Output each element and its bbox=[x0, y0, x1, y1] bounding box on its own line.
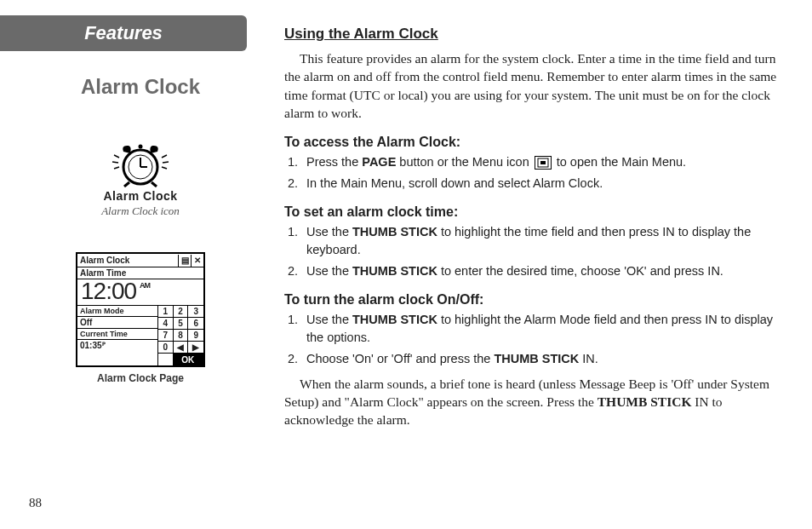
mini-ok: OK bbox=[174, 354, 203, 365]
left-column: Features Alarm Clock Alarm Clock Alarm C… bbox=[0, 0, 281, 529]
access-steps: Press the PAGE button or the Menu icon t… bbox=[284, 153, 785, 193]
intro-paragraph: This feature provides an alarm for the s… bbox=[284, 49, 785, 123]
right-column: Using the Alarm Clock This feature provi… bbox=[281, 0, 812, 529]
icon-label: Alarm Clock bbox=[103, 189, 177, 203]
mini-title: Alarm Clock bbox=[77, 256, 178, 265]
onoff-steps: Use the THUMB STICK to highlight the Ala… bbox=[284, 311, 785, 368]
alarm-clock-icon bbox=[109, 138, 172, 187]
svg-line-9 bbox=[114, 167, 119, 169]
mini-caption: Alarm Clock Page bbox=[97, 372, 184, 384]
svg-line-8 bbox=[112, 162, 118, 163]
list-item: Choose 'On' or 'Off' and press the THUMB… bbox=[301, 350, 785, 368]
alarm-clock-page-preview: Alarm Clock ▤ ✕ Alarm Time 12:00 AM Alar… bbox=[76, 252, 205, 384]
svg-line-10 bbox=[162, 155, 167, 158]
main-heading: Using the Alarm Clock bbox=[284, 26, 785, 43]
svg-line-7 bbox=[114, 155, 119, 158]
alarm-clock-icon-block: Alarm Clock Alarm Clock icon bbox=[101, 138, 180, 218]
section-title: Alarm Clock bbox=[81, 75, 200, 99]
list-item: Press the PAGE button or the Menu icon t… bbox=[301, 153, 785, 171]
icon-caption: Alarm Clock icon bbox=[101, 204, 180, 218]
mini-current-time: 01:35ᴾ bbox=[77, 340, 157, 351]
svg-line-11 bbox=[163, 162, 169, 163]
list-item: Use the THUMB STICK to highlight the Ala… bbox=[301, 311, 785, 347]
menu-icon bbox=[535, 156, 552, 170]
svg-line-5 bbox=[152, 182, 157, 187]
onoff-subhead: To turn the alarm clock On/Off: bbox=[284, 292, 785, 308]
svg-line-4 bbox=[124, 182, 129, 187]
list-item: Use the THUMB STICK to highlight the tim… bbox=[301, 223, 785, 259]
mini-keypad: 123 456 789 0◀▶ OK bbox=[157, 306, 203, 365]
svg-rect-15 bbox=[540, 161, 546, 164]
outro-paragraph: When the alarm sounds, a brief tone is h… bbox=[284, 375, 785, 429]
mini-alarm-mode: Off bbox=[77, 317, 157, 329]
set-steps: Use the THUMB STICK to highlight the tim… bbox=[284, 223, 785, 280]
section-tab: Features bbox=[0, 15, 247, 51]
mini-current-time-label: Current Time bbox=[77, 329, 157, 340]
mini-alarm-time: 12:00 AM bbox=[77, 279, 203, 306]
list-item: Use the THUMB STICK to enter the desired… bbox=[301, 262, 785, 280]
mini-close-icon: ✕ bbox=[191, 255, 203, 267]
access-subhead: To access the Alarm Clock: bbox=[284, 135, 785, 150]
mini-menu-icon: ▤ bbox=[178, 255, 191, 267]
svg-line-12 bbox=[162, 167, 167, 169]
mini-screen: Alarm Clock ▤ ✕ Alarm Time 12:00 AM Alar… bbox=[76, 252, 205, 367]
mini-alarm-mode-label: Alarm Mode bbox=[77, 306, 157, 317]
list-item: In the Main Menu, scroll down and select… bbox=[301, 175, 785, 193]
page-number: 88 bbox=[29, 496, 42, 510]
manual-page: Features Alarm Clock Alarm Clock Alarm C… bbox=[0, 0, 812, 529]
svg-point-6 bbox=[139, 145, 143, 149]
set-subhead: To set an alarm clock time: bbox=[284, 204, 785, 220]
